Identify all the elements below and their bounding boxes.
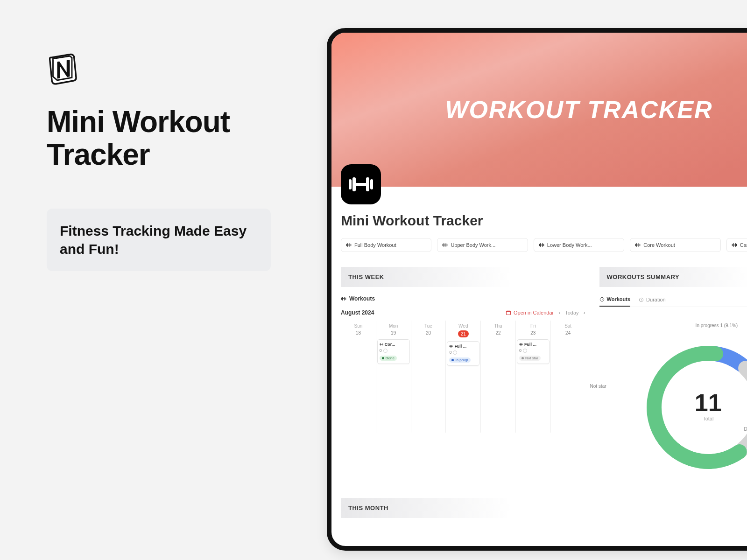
svg-rect-31 bbox=[342, 297, 343, 301]
app-window: WORKOUT TRACKER Mini Workout Tracker Ful… bbox=[327, 28, 747, 551]
svg-rect-16 bbox=[540, 243, 541, 247]
page-title: Mini Workout Tracker bbox=[341, 187, 747, 229]
tab-duration[interactable]: Duration bbox=[639, 296, 666, 307]
promo-subtitle-box: Fitness Tracking Made Easy and Fun! bbox=[47, 209, 271, 271]
svg-rect-45 bbox=[451, 345, 452, 348]
svg-rect-18 bbox=[542, 243, 543, 247]
tab-workouts[interactable]: Workouts bbox=[599, 296, 631, 307]
svg-rect-10 bbox=[443, 244, 444, 246]
svg-rect-9 bbox=[348, 245, 350, 245]
svg-rect-7 bbox=[351, 244, 352, 246]
dumbbell-icon bbox=[635, 242, 641, 248]
svg-rect-4 bbox=[356, 183, 366, 186]
svg-rect-17 bbox=[543, 244, 544, 246]
svg-rect-40 bbox=[382, 343, 382, 346]
workouts-donut-chart: In progress 1 (9.1%) Not star Done 7 ( bbox=[599, 333, 747, 492]
clock-icon bbox=[599, 297, 605, 302]
svg-rect-15 bbox=[539, 244, 540, 246]
svg-rect-1 bbox=[352, 177, 356, 191]
svg-rect-22 bbox=[640, 244, 641, 246]
day-col-sat[interactable]: Sat 24 bbox=[550, 321, 585, 433]
day-col-sun[interactable]: Sun 18 bbox=[341, 321, 376, 433]
today-date: 21 bbox=[446, 330, 480, 339]
legend-in-progress: In progress 1 (9.1%) bbox=[696, 323, 738, 328]
svg-rect-21 bbox=[636, 243, 637, 247]
dumbbell-icon bbox=[539, 242, 544, 248]
svg-rect-14 bbox=[444, 245, 446, 245]
today-button[interactable]: Today bbox=[565, 310, 578, 315]
svg-rect-29 bbox=[733, 245, 735, 245]
workout-card[interactable]: Full ... 0 Not star bbox=[517, 339, 550, 364]
svg-rect-46 bbox=[451, 346, 451, 347]
svg-rect-5 bbox=[346, 244, 347, 246]
tag-cardio[interactable]: Cardio and Mobili... bbox=[726, 238, 747, 252]
svg-rect-13 bbox=[446, 243, 447, 247]
svg-rect-28 bbox=[735, 243, 736, 247]
svg-rect-24 bbox=[637, 245, 639, 245]
svg-rect-42 bbox=[450, 346, 450, 347]
day-col-mon[interactable]: Mon 19 Cor... 0 Done bbox=[376, 321, 411, 433]
day-col-wed[interactable]: Wed 21 Full ... 0 In progr bbox=[445, 321, 480, 433]
calendar-month-label: August 2024 bbox=[341, 309, 374, 316]
workout-card[interactable]: Full ... 0 In progr bbox=[447, 341, 479, 366]
svg-rect-43 bbox=[450, 345, 451, 348]
this-week-header: THIS WEEK bbox=[341, 267, 585, 287]
progress-circle-icon bbox=[523, 349, 527, 353]
dumbbell-icon bbox=[442, 242, 448, 248]
svg-rect-2 bbox=[370, 179, 373, 189]
day-col-fri[interactable]: Fri 23 Full ... 0 Not star bbox=[515, 321, 550, 433]
tag-core[interactable]: Core Workout bbox=[630, 238, 720, 252]
hero-banner: WORKOUT TRACKER bbox=[331, 33, 747, 187]
workout-card[interactable]: Cor... 0 Done bbox=[377, 339, 410, 364]
summary-tabs: Workouts Duration bbox=[599, 296, 747, 307]
svg-rect-25 bbox=[732, 244, 733, 246]
day-col-thu[interactable]: Thu 22 bbox=[480, 321, 515, 433]
svg-rect-33 bbox=[345, 297, 345, 301]
svg-rect-27 bbox=[736, 244, 737, 246]
next-week-button[interactable]: › bbox=[584, 309, 585, 316]
progress-circle-icon bbox=[453, 350, 457, 355]
app-icon-dumbbell bbox=[341, 164, 381, 204]
open-in-calendar-link[interactable]: Open in Calendar bbox=[506, 310, 554, 315]
promo-title: Mini Workout Tracker bbox=[47, 105, 271, 171]
tag-lower-body[interactable]: Lower Body Work... bbox=[534, 238, 624, 252]
svg-rect-36 bbox=[506, 311, 510, 312]
dumbbell-icon bbox=[380, 343, 383, 346]
svg-rect-23 bbox=[639, 243, 640, 247]
dumbbell-icon bbox=[732, 242, 737, 248]
this-month-header: THIS MONTH bbox=[341, 498, 585, 518]
status-pill-done: Done bbox=[380, 356, 397, 361]
svg-rect-3 bbox=[366, 177, 369, 191]
dumbbell-icon bbox=[449, 344, 453, 348]
status-pill-in-progress: In progr bbox=[449, 357, 471, 363]
tag-upper-body[interactable]: Upper Body Work... bbox=[437, 238, 528, 252]
svg-rect-41 bbox=[381, 344, 382, 345]
donut-svg bbox=[641, 340, 747, 475]
promo-subtitle: Fitness Tracking Made Easy and Fun! bbox=[60, 222, 258, 258]
day-col-tue[interactable]: Tue 20 bbox=[411, 321, 446, 433]
svg-rect-47 bbox=[519, 344, 520, 345]
dumbbell-icon bbox=[346, 242, 352, 248]
svg-rect-8 bbox=[350, 243, 351, 247]
svg-rect-37 bbox=[380, 344, 380, 345]
svg-rect-30 bbox=[341, 298, 342, 300]
clock-icon bbox=[639, 297, 644, 302]
svg-rect-20 bbox=[635, 244, 636, 246]
calendar-icon bbox=[506, 310, 511, 315]
dumbbell-icon bbox=[519, 343, 523, 346]
workouts-subhead: Workouts bbox=[341, 295, 585, 302]
svg-rect-26 bbox=[733, 243, 734, 247]
legend-not-started: Not star bbox=[590, 384, 606, 389]
svg-rect-34 bbox=[343, 298, 345, 299]
svg-rect-0 bbox=[349, 179, 352, 189]
progress-circle-icon bbox=[383, 349, 388, 353]
tag-full-body[interactable]: Full Body Workout bbox=[341, 238, 431, 252]
svg-rect-49 bbox=[522, 344, 522, 345]
notion-logo-icon bbox=[47, 51, 80, 85]
svg-rect-44 bbox=[452, 346, 453, 347]
status-pill-not-started: Not star bbox=[519, 356, 541, 361]
dumbbell-icon bbox=[341, 296, 346, 301]
svg-rect-19 bbox=[541, 245, 542, 245]
prev-week-button[interactable]: ‹ bbox=[558, 309, 560, 316]
donut-total-label: Total bbox=[695, 416, 722, 421]
